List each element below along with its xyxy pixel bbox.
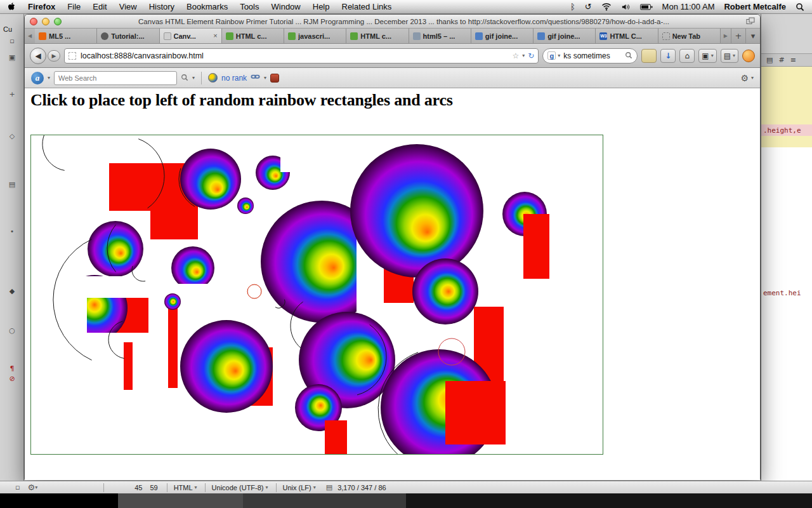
addon-calendar-icon[interactable]: [641, 49, 657, 63]
reload-icon[interactable]: ↻: [528, 51, 534, 60]
red-rectangle: [150, 211, 198, 239]
window-titlebar[interactable]: Canvas HTML Element Rainbow Primer Tutor…: [25, 15, 760, 29]
bluetooth-icon[interactable]: ᛒ: [570, 2, 575, 11]
rainbow-canvas-container: [30, 135, 603, 455]
tab-html-c-2[interactable]: HTML c...: [346, 29, 409, 43]
menu-clock[interactable]: Mon 11:00 AM: [662, 2, 715, 11]
tab-canvas-active[interactable]: Canv... ×: [160, 29, 222, 43]
cursor-row-value: 59: [150, 484, 157, 491]
web-search-input[interactable]: [54, 71, 177, 85]
html5-doc-favicon: [413, 32, 421, 40]
arc-outline: [43, 135, 65, 170]
download-icon[interactable]: ↓: [660, 49, 676, 63]
back-button[interactable]: ◀: [30, 48, 46, 64]
list-all-tabs-button[interactable]: ▾: [745, 29, 760, 43]
alexa-dropdown-icon[interactable]: ▾: [48, 75, 50, 81]
menu-tools[interactable]: Tools: [240, 2, 259, 11]
time-machine-icon[interactable]: ↺: [585, 2, 592, 11]
background-app-icon[interactable]: ▤: [0, 180, 24, 189]
language-mode-select[interactable]: HTML: [174, 484, 193, 491]
tab-close-icon[interactable]: ×: [213, 32, 217, 39]
tab-html5-2[interactable]: html5 – ...: [409, 29, 471, 43]
background-app-icon[interactable]: ○: [0, 326, 24, 335]
background-app-icon[interactable]: +: [0, 90, 24, 98]
web-search-magnifier-icon[interactable]: [181, 72, 188, 84]
firebug-icon[interactable]: [742, 50, 755, 62]
minimize-window-button[interactable]: [42, 18, 49, 25]
editor-code-fragment-2: ement.hei: [761, 289, 801, 297]
volume-icon[interactable]: [621, 3, 631, 11]
url-input[interactable]: [79, 51, 509, 61]
background-app-icon[interactable]: ⊘: [0, 375, 24, 383]
background-app-icon[interactable]: ▣: [0, 53, 24, 62]
background-app-icon[interactable]: •: [0, 227, 24, 236]
menu-related-links[interactable]: Related Links: [342, 2, 392, 11]
tab-groups-button[interactable]: ▣▾: [698, 49, 716, 63]
search-input[interactable]: [562, 51, 623, 61]
encoding-dropdown-icon[interactable]: ▾: [266, 485, 268, 490]
tab-html5-1[interactable]: ML5 ...: [35, 29, 97, 43]
tab-javascript[interactable]: javascri...: [284, 29, 346, 43]
menu-history[interactable]: History: [149, 2, 174, 11]
editor-toolbar-icon-2[interactable]: #: [778, 56, 784, 64]
battery-icon[interactable]: [640, 4, 653, 10]
menu-firefox[interactable]: Firefox: [28, 2, 55, 11]
link-icon[interactable]: [251, 72, 260, 84]
url-bar[interactable]: ☆ ▾ ↻: [64, 48, 539, 64]
wifi-icon[interactable]: [601, 3, 612, 11]
tab-scroll-right-button[interactable]: ▶: [721, 29, 731, 43]
status-gear-dropdown-icon[interactable]: ▾: [35, 485, 37, 490]
zoom-window-button[interactable]: [54, 18, 62, 25]
toolbar-settings-gear-icon[interactable]: ⚙: [740, 73, 749, 83]
tab-tutorial[interactable]: Tutorial:...: [97, 29, 159, 43]
tab-w3c-html[interactable]: W3 HTML C...: [596, 29, 658, 43]
apple-menu-icon[interactable]: [8, 2, 16, 11]
rainbow-circle: [164, 293, 181, 310]
menu-bookmarks[interactable]: Bookmarks: [187, 2, 228, 11]
style-editor-button[interactable]: ▤▾: [721, 49, 738, 63]
close-window-button[interactable]: [30, 18, 37, 25]
background-app-icon[interactable]: ◆: [0, 287, 24, 295]
alexa-rank-globe-icon[interactable]: [208, 73, 218, 83]
user-menu[interactable]: Robert Metcalfe: [724, 2, 786, 11]
tab-gif-joiner-1[interactable]: gif joine...: [471, 29, 534, 43]
menu-window[interactable]: Window: [272, 2, 301, 11]
search-bar[interactable]: g ▾: [542, 48, 638, 64]
status-gear-icon[interactable]: ⚙: [27, 483, 35, 492]
hot-pages-icon[interactable]: [270, 74, 279, 83]
search-engine-dropdown-icon[interactable]: ▾: [558, 53, 560, 58]
background-app-icon[interactable]: ▫: [0, 37, 24, 45]
menu-help[interactable]: Help: [313, 2, 330, 11]
menu-view[interactable]: View: [119, 2, 137, 11]
menu-file[interactable]: File: [67, 2, 81, 11]
toolbar-toggle-icon[interactable]: [746, 16, 755, 27]
tab-html-c-1[interactable]: HTML c...: [222, 29, 284, 43]
line-endings-dropdown-icon[interactable]: ▾: [313, 485, 316, 490]
web-search-dropdown-icon[interactable]: ▾: [192, 75, 195, 81]
new-tab-button[interactable]: +: [731, 29, 745, 43]
tab-new-tab[interactable]: New Tab: [658, 29, 721, 43]
tab-scroll-left-button[interactable]: ◀: [25, 29, 35, 43]
status-mini-icon[interactable]: ▫: [15, 483, 20, 491]
background-app-icon[interactable]: ¶: [0, 364, 24, 373]
line-endings-select[interactable]: Unix (LF): [283, 484, 311, 491]
language-dropdown-icon[interactable]: ▾: [195, 485, 197, 490]
url-dropdown-icon[interactable]: ▾: [522, 53, 525, 58]
home-icon[interactable]: ⌂: [679, 49, 695, 63]
google-search-icon: g: [547, 51, 556, 60]
editor-toolbar-icon-1[interactable]: ▤: [766, 56, 773, 64]
tab-gif-joiner-2[interactable]: gif joine...: [534, 29, 596, 43]
editor-toolbar-icon-3[interactable]: ≡: [790, 56, 796, 64]
encoding-select[interactable]: Unicode (UTF-8): [212, 484, 264, 491]
search-magnifier-icon[interactable]: [625, 50, 632, 62]
settings-dropdown-icon[interactable]: ▾: [751, 75, 754, 81]
link-dropdown-icon[interactable]: ▾: [264, 75, 266, 81]
background-app-icon[interactable]: ◇: [0, 132, 24, 140]
alexa-icon[interactable]: a: [31, 72, 44, 84]
bookmark-star-icon[interactable]: ☆: [512, 51, 519, 60]
forward-button[interactable]: ▶: [48, 50, 60, 62]
menu-edit[interactable]: Edit: [93, 2, 107, 11]
spotlight-icon[interactable]: [796, 3, 804, 11]
page-content: Click to place top left of random rainbo…: [25, 88, 760, 480]
rainbow-canvas[interactable]: [31, 135, 603, 454]
